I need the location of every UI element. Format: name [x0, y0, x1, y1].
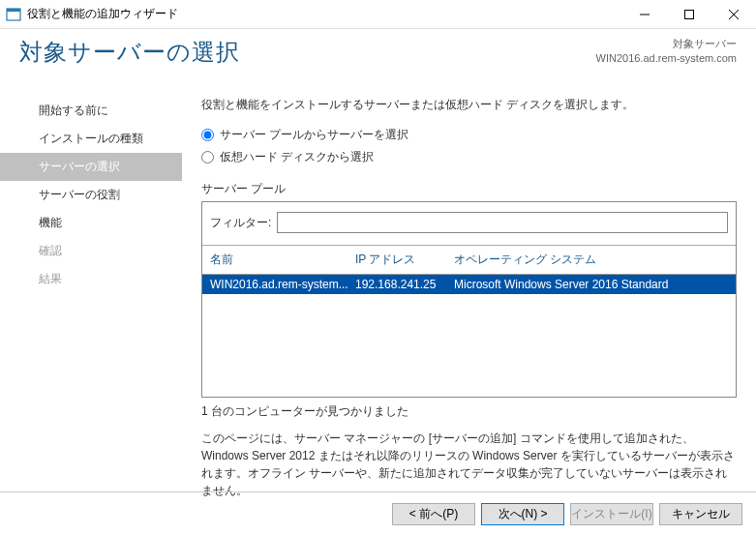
minimize-button[interactable] [622, 0, 667, 29]
install-button: インストール(I) [570, 503, 653, 525]
maximize-button[interactable] [667, 0, 711, 29]
app-icon [6, 7, 21, 22]
sidebar-item-before-begin[interactable]: 開始する前に [0, 97, 182, 125]
svg-rect-3 [685, 10, 694, 18]
filter-input[interactable] [277, 212, 728, 233]
radio-server-pool-label: サーバー プールからサーバーを選択 [220, 127, 408, 143]
close-button[interactable] [711, 0, 756, 29]
computers-found-text: 1 台のコンピューターが見つかりました [201, 403, 737, 420]
server-pool-box: フィルター: 名前 IP アドレス オペレーティング システム WIN2016.… [201, 201, 737, 398]
header: 対象サーバーの選択 対象サーバー WIN2016.ad.rem-system.c… [0, 29, 756, 87]
server-pool-label: サーバー プール [201, 181, 737, 197]
cell-name: WIN2016.ad.rem-system... [210, 278, 355, 291]
sidebar-item-server-selection[interactable]: サーバーの選択 [0, 153, 182, 181]
content-pane: 役割と機能をインストールするサーバーまたは仮想ハード ディスクを選択します。 サ… [182, 87, 756, 491]
sidebar-item-install-type[interactable]: インストールの種類 [0, 125, 182, 153]
column-header-name[interactable]: 名前 [210, 252, 355, 268]
sidebar-item-features[interactable]: 機能 [0, 209, 182, 237]
column-header-os[interactable]: オペレーティング システム [454, 252, 728, 268]
window-title: 役割と機能の追加ウィザード [27, 6, 178, 22]
table-row[interactable]: WIN2016.ad.rem-system... 192.168.241.25 … [202, 275, 736, 294]
page-title: 対象サーバーの選択 [19, 37, 240, 68]
cell-ip: 192.168.241.25 [355, 278, 454, 291]
target-server-info: 対象サーバー WIN2016.ad.rem-system.com [596, 37, 737, 67]
prev-button[interactable]: < 前へ(P) [392, 503, 475, 525]
filter-label: フィルター: [210, 215, 271, 231]
svg-rect-1 [7, 9, 20, 12]
next-button[interactable]: 次へ(N) > [481, 503, 564, 525]
radio-server-pool-input[interactable] [201, 129, 214, 141]
description-text: このページには、サーバー マネージャーの [サーバーの追加] コマンドを使用して… [201, 430, 737, 499]
filter-row: フィルター: [202, 202, 736, 246]
titlebar: 役割と機能の追加ウィザード [0, 0, 756, 29]
column-header-ip[interactable]: IP アドレス [355, 252, 454, 268]
wizard-footer: < 前へ(P) 次へ(N) > インストール(I) キャンセル [0, 491, 756, 535]
target-server-label: 対象サーバー [596, 37, 737, 51]
grid-body: WIN2016.ad.rem-system... 192.168.241.25 … [202, 275, 736, 397]
radio-vhd[interactable]: 仮想ハード ディスクから選択 [201, 149, 737, 165]
cancel-button[interactable]: キャンセル [659, 503, 742, 525]
radio-vhd-input[interactable] [201, 151, 214, 163]
radio-server-pool[interactable]: サーバー プールからサーバーを選択 [201, 127, 737, 143]
sidebar-item-confirm: 確認 [0, 237, 182, 265]
wizard-sidebar: 開始する前に インストールの種類 サーバーの選択 サーバーの役割 機能 確認 結… [0, 87, 182, 491]
radio-vhd-label: 仮想ハード ディスクから選択 [220, 149, 374, 165]
instruction-text: 役割と機能をインストールするサーバーまたは仮想ハード ディスクを選択します。 [201, 97, 737, 113]
sidebar-item-results: 結果 [0, 265, 182, 293]
cell-os: Microsoft Windows Server 2016 Standard [454, 278, 728, 291]
grid-header: 名前 IP アドレス オペレーティング システム [202, 246, 736, 275]
target-server-name: WIN2016.ad.rem-system.com [596, 51, 737, 66]
sidebar-item-server-roles[interactable]: サーバーの役割 [0, 181, 182, 209]
